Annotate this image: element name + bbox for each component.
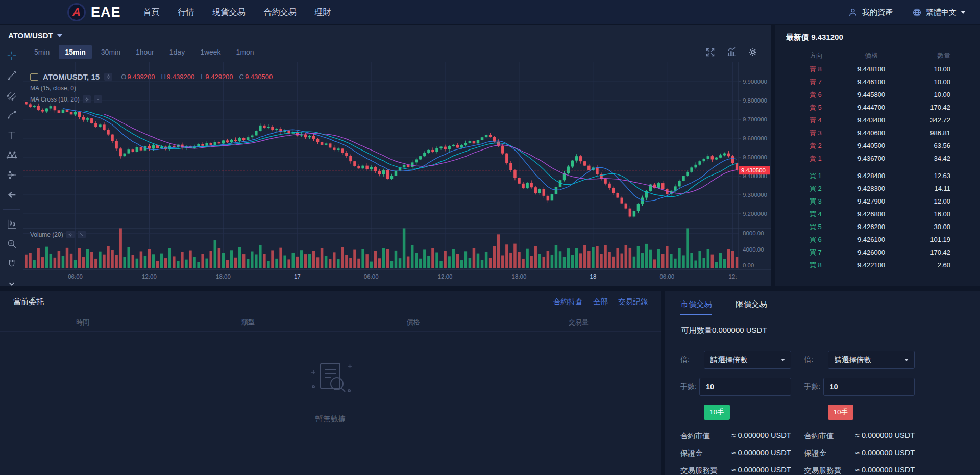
open-long-button[interactable]: 10手 <box>704 405 730 420</box>
order-book-row[interactable]: 賣 79.44610010.00 <box>775 76 980 88</box>
order-book-row[interactable]: 賣 89.44810010.00 <box>775 63 980 76</box>
tab-limit-trade[interactable]: 限價交易 <box>736 299 767 315</box>
text-tool-icon[interactable] <box>5 129 18 142</box>
timeframe-30min[interactable]: 30min <box>95 45 127 59</box>
pair-chevron-down-icon[interactable] <box>57 34 62 37</box>
trendline-tool-icon[interactable] <box>5 69 18 82</box>
tab-all[interactable]: 全部 <box>593 297 608 307</box>
short-fee-label: 交易服務費 <box>804 466 842 475</box>
short-lots-label: 手數: <box>804 382 823 391</box>
long-fee-label: 交易服務費 <box>680 466 718 475</box>
svg-text:06:00: 06:00 <box>659 273 674 280</box>
short-leverage-select[interactable]: 請選擇倍數 <box>828 351 915 369</box>
amount-value: 34.42 <box>903 155 950 162</box>
order-book-row[interactable]: 賣 69.44580010.00 <box>775 88 980 101</box>
trade-panel: 市價交易 限價交易 可用数量0.000000 USDT 倍: 請選擇倍數 手數:… <box>665 291 980 475</box>
side-label: 賣 4 <box>810 116 839 125</box>
timeframe-1mon[interactable]: 1mon <box>230 45 260 59</box>
order-book-panel: 最新價 9.431200 方向 價格 數量 賣 89.44810010.00賣 … <box>775 25 980 286</box>
latest-price: 最新價 9.431200 <box>786 33 843 42</box>
last-price-tag: 9.430500 <box>739 166 770 174</box>
order-book-row[interactable]: 賣 39.440600986.81 <box>775 127 980 139</box>
tab-market-trade[interactable]: 市價交易 <box>680 299 712 315</box>
side-label: 買 3 <box>810 197 839 206</box>
order-book-divider <box>783 167 973 167</box>
price-value: 9.426000 <box>839 248 903 256</box>
order-book-row[interactable]: 買 19.42840012.63 <box>775 169 980 182</box>
forecast-tool-icon[interactable] <box>5 168 18 182</box>
order-book-row[interactable]: 賣 59.444700170.42 <box>775 101 980 114</box>
amount-value: 14.11 <box>903 185 950 192</box>
short-fee-value: ≈ 0.000000 USDT <box>855 466 915 475</box>
long-leverage-select[interactable]: 請選擇倍數 <box>704 351 791 369</box>
tab-trade-records[interactable]: 交易記錄 <box>618 297 648 307</box>
timeframe-1day[interactable]: 1day <box>163 45 191 59</box>
price-value: 9.445800 <box>839 91 903 98</box>
toolbar-chevron-down-icon[interactable] <box>5 277 18 290</box>
chart-canvas[interactable]: 9.9000009.8000009.7000009.6000009.500000… <box>23 62 771 290</box>
short-lots-input[interactable] <box>823 378 915 396</box>
pair-selector[interactable]: ATOM/USDT <box>8 31 53 40</box>
ma-20-line <box>104 114 737 193</box>
order-book-row[interactable]: 買 89.4221002.60 <box>775 259 980 271</box>
brand-logo-icon: A <box>67 3 86 21</box>
fullscreen-icon[interactable] <box>705 47 716 58</box>
chart-settings-gear-icon[interactable] <box>747 46 758 58</box>
language-label: 繁體中文 <box>926 8 957 17</box>
amount-value: 170.42 <box>903 248 950 256</box>
price-value: 9.443400 <box>839 116 903 124</box>
long-lever-label: 倍: <box>680 355 704 364</box>
order-book-row[interactable]: 賣 49.443400342.72 <box>775 114 980 127</box>
long-margin-label: 保證金 <box>680 448 703 458</box>
zoom-icon[interactable] <box>5 237 18 251</box>
language-selector[interactable]: 繁體中文 <box>912 8 966 17</box>
svg-text:9.300000: 9.300000 <box>743 192 767 198</box>
timeframe-1hour[interactable]: 1hour <box>130 45 160 59</box>
asks-list: 賣 89.44810010.00賣 79.44610010.00賣 69.445… <box>775 63 980 165</box>
open-short-button[interactable]: 10手 <box>828 405 854 420</box>
timeframe-5min[interactable]: 5min <box>28 45 56 59</box>
channel-tool-icon[interactable] <box>5 89 18 102</box>
candlestick-style-icon[interactable] <box>5 217 18 231</box>
amount-value: 10.00 <box>903 91 950 98</box>
nav-item-contract[interactable]: 合約交易 <box>264 7 297 18</box>
brush-tool-icon[interactable] <box>5 109 18 122</box>
timeframe-15min[interactable]: 15min <box>59 45 91 59</box>
pattern-tool-icon[interactable] <box>5 148 18 162</box>
hide-toolbar-arrow-icon[interactable] <box>5 188 18 202</box>
svg-text:9.600000: 9.600000 <box>743 135 767 141</box>
price-value: 9.428300 <box>839 185 903 192</box>
order-book-row[interactable]: 買 49.42680016.00 <box>775 208 980 220</box>
long-lots-input[interactable] <box>699 378 791 396</box>
nav-menu: 首頁 行情 現貨交易 合約交易 理財 <box>143 7 331 18</box>
amount-value: 342.72 <box>903 116 950 124</box>
crosshair-tool-icon[interactable] <box>5 49 18 62</box>
side-label: 賣 2 <box>810 141 839 151</box>
svg-text:06:00: 06:00 <box>364 273 379 280</box>
navbar: A EAE 首頁 行情 現貨交易 合約交易 理財 我的資產 繁體中文 <box>0 0 980 24</box>
nav-item-home[interactable]: 首頁 <box>143 7 160 18</box>
order-book-row[interactable]: 買 79.426000170.42 <box>775 246 980 259</box>
my-assets-link[interactable]: 我的資產 <box>848 7 893 17</box>
long-order-form: 倍: 請選擇倍數 手數: 10手 合約市值≈ 0.000000 USDT 保證金… <box>680 351 791 475</box>
nav-item-spot[interactable]: 現貨交易 <box>213 7 246 18</box>
order-book-row[interactable]: 買 29.42830014.11 <box>775 182 980 195</box>
amount-value: 170.42 <box>903 104 950 111</box>
long-lots-label: 手數: <box>680 382 699 391</box>
long-market-value: ≈ 0.000000 USDT <box>732 431 791 441</box>
magnet-icon[interactable] <box>5 257 18 270</box>
order-book-row[interactable]: 買 69.426100101.19 <box>775 233 980 246</box>
nav-item-finance[interactable]: 理財 <box>315 7 331 18</box>
order-book-row[interactable]: 賣 19.43670034.42 <box>775 152 980 165</box>
order-book-row[interactable]: 買 39.42790012.00 <box>775 195 980 208</box>
order-book-row[interactable]: 買 59.42620030.00 <box>775 220 980 233</box>
time-axis-labels: 06:0012:0018:001706:0012:0018:001806:001… <box>68 273 737 280</box>
indicators-icon[interactable] <box>726 46 737 58</box>
order-book-row[interactable]: 賣 29.44050063.56 <box>775 139 980 152</box>
nav-item-markets[interactable]: 行情 <box>178 7 194 18</box>
chevron-down-icon <box>961 11 966 14</box>
short-market-value-label: 合約市值 <box>804 431 834 441</box>
timeframe-1week[interactable]: 1week <box>194 45 227 59</box>
user-icon <box>848 7 858 17</box>
tab-contract-positions[interactable]: 合約持倉 <box>553 297 583 307</box>
